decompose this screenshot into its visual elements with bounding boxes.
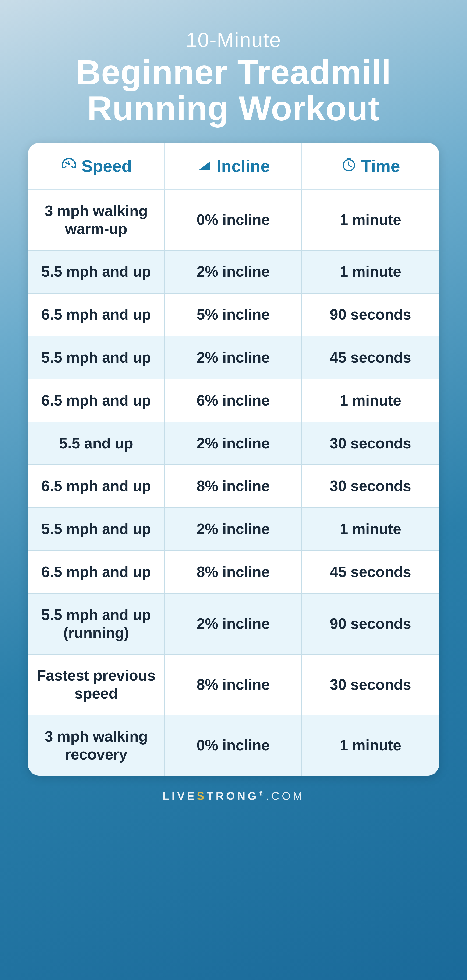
cell-speed: Fastest previous speed [28, 654, 165, 715]
cell-time: 1 minute [302, 251, 439, 293]
incline-icon [196, 156, 212, 176]
cell-incline: 0% incline [165, 190, 302, 250]
header-incline-label: Incline [217, 157, 270, 176]
cell-time: 30 seconds [302, 465, 439, 507]
table-header: Speed Incline Time [28, 143, 439, 190]
cell-speed: 5.5 mph and up (running) [28, 594, 165, 654]
title-section: 10-Minute Beginner Treadmill Running Wor… [76, 28, 391, 127]
cell-incline: 0% incline [165, 715, 302, 776]
cell-speed: 5.5 and up [28, 422, 165, 465]
cell-incline: 2% incline [165, 508, 302, 550]
table-row: 6.5 mph and up8% incline45 seconds [28, 551, 439, 594]
brand-live: LIVE [163, 790, 197, 802]
cell-time: 1 minute [302, 379, 439, 422]
table-row: 5.5 mph and up (running)2% incline90 sec… [28, 594, 439, 655]
cell-time: 90 seconds [302, 594, 439, 654]
title-main: Beginner Treadmill Running Workout [76, 54, 391, 127]
table-row: 5.5 mph and up2% incline1 minute [28, 251, 439, 294]
table-row: 5.5 and up2% incline30 seconds [28, 422, 439, 465]
cell-time: 45 seconds [302, 336, 439, 379]
cell-speed: 6.5 mph and up [28, 379, 165, 422]
footer: LIVESTRONG®.COM [163, 790, 304, 802]
brand-strong: S [197, 790, 207, 802]
cell-speed: 3 mph walking warm-up [28, 190, 165, 250]
cell-time: 30 seconds [302, 422, 439, 465]
header-incline: Incline [165, 143, 302, 189]
cell-time: 45 seconds [302, 551, 439, 593]
cell-time: 30 seconds [302, 654, 439, 715]
svg-point-0 [68, 163, 70, 165]
table-row: 6.5 mph and up6% incline1 minute [28, 379, 439, 422]
footer-brand: LIVESTRONG®.COM [163, 790, 304, 802]
table-row: 6.5 mph and up8% incline30 seconds [28, 465, 439, 508]
cell-incline: 8% incline [165, 654, 302, 715]
workout-table: Speed Incline Time [28, 143, 439, 776]
speedometer-icon [61, 156, 77, 177]
brand-trong: TRONG [207, 790, 259, 802]
cell-speed: 3 mph walking recovery [28, 715, 165, 776]
cell-incline: 2% incline [165, 422, 302, 465]
table-row: 5.5 mph and up2% incline1 minute [28, 508, 439, 551]
cell-speed: 6.5 mph and up [28, 294, 165, 336]
cell-time: 1 minute [302, 508, 439, 550]
cell-speed: 5.5 mph and up [28, 508, 165, 550]
cell-incline: 8% incline [165, 465, 302, 507]
table-row: 6.5 mph and up5% incline90 seconds [28, 294, 439, 336]
header-speed: Speed [28, 143, 165, 189]
cell-incline: 5% incline [165, 294, 302, 336]
table-row: 5.5 mph and up2% incline45 seconds [28, 336, 439, 379]
cell-speed: 6.5 mph and up [28, 551, 165, 593]
cell-incline: 2% incline [165, 594, 302, 654]
table-row: 3 mph walking recovery0% incline1 minute [28, 715, 439, 776]
table-row: 3 mph walking warm-up0% incline1 minute [28, 190, 439, 251]
cell-time: 1 minute [302, 190, 439, 250]
table-body: 3 mph walking warm-up0% incline1 minute5… [28, 190, 439, 776]
header-speed-label: Speed [81, 157, 132, 176]
cell-incline: 2% incline [165, 336, 302, 379]
brand-reg: ® [259, 790, 266, 797]
title-top: 10-Minute [76, 28, 391, 52]
cell-incline: 2% incline [165, 251, 302, 293]
cell-speed: 5.5 mph and up [28, 251, 165, 293]
svg-line-5 [349, 165, 351, 167]
clock-icon [341, 156, 357, 176]
cell-time: 1 minute [302, 715, 439, 776]
cell-time: 90 seconds [302, 294, 439, 336]
table-row: Fastest previous speed8% incline30 secon… [28, 654, 439, 715]
cell-incline: 8% incline [165, 551, 302, 593]
header-time-label: Time [361, 157, 400, 176]
cell-incline: 6% incline [165, 379, 302, 422]
header-time: Time [302, 143, 439, 189]
cell-speed: 6.5 mph and up [28, 465, 165, 507]
title-line1: Beginner Treadmill [76, 53, 391, 91]
cell-speed: 5.5 mph and up [28, 336, 165, 379]
brand-suffix: .COM [266, 790, 304, 802]
title-line2: Running Workout [87, 89, 380, 127]
